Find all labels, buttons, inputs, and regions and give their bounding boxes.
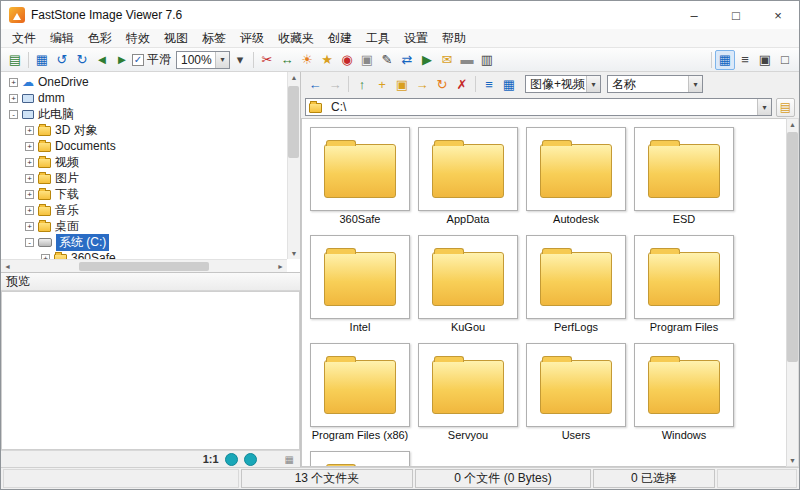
- expander-icon[interactable]: +: [25, 158, 34, 167]
- forward-icon[interactable]: →: [325, 74, 345, 94]
- scroll-up-icon[interactable]: ▲: [789, 121, 796, 128]
- menu-view[interactable]: 视图: [157, 30, 195, 47]
- expander-icon[interactable]: +: [9, 94, 18, 103]
- rotate-right-icon[interactable]: ↻: [72, 50, 92, 70]
- tree-item-music[interactable]: + 音乐: [3, 202, 300, 218]
- zoom-options-icon[interactable]: ▾: [230, 50, 250, 70]
- scroll-up-icon[interactable]: ▲: [291, 74, 298, 81]
- address-combobox[interactable]: C:\ ▾: [305, 98, 772, 116]
- tree-item-this-pc[interactable]: - 此电脑: [3, 106, 300, 122]
- print-icon[interactable]: ▥: [477, 50, 497, 70]
- menu-settings[interactable]: 设置: [397, 30, 435, 47]
- tree-panel-toggle-icon[interactable]: ▤: [776, 98, 795, 117]
- menu-effects[interactable]: 特效: [119, 30, 157, 47]
- tree-item-pictures[interactable]: + 图片: [3, 170, 300, 186]
- tree-item-videos[interactable]: + 视频: [3, 154, 300, 170]
- clone-stamp-icon[interactable]: ▣: [357, 50, 377, 70]
- menu-tools[interactable]: 工具: [359, 30, 397, 47]
- folder-thumb-perflogs[interactable]: PerfLogs: [526, 235, 626, 333]
- menu-edit[interactable]: 编辑: [43, 30, 81, 47]
- chevron-down-icon[interactable]: ▾: [757, 99, 771, 115]
- tree-item-desktop[interactable]: + 桌面: [3, 218, 300, 234]
- rotate-left-icon[interactable]: ↺: [52, 50, 72, 70]
- panel-resize-icon[interactable]: ▦: [285, 454, 294, 465]
- effects-icon[interactable]: ★: [317, 50, 337, 70]
- browse-icon[interactable]: ▤: [5, 50, 25, 70]
- chevron-down-icon[interactable]: ▾: [586, 76, 600, 92]
- folder-thumb-autodesk[interactable]: Autodesk: [526, 127, 626, 225]
- tree-hscrollbar-thumb[interactable]: [79, 262, 209, 271]
- expander-icon[interactable]: +: [25, 142, 34, 151]
- list-view-icon[interactable]: ≡: [735, 50, 755, 70]
- folder-thumb-users[interactable]: Users: [526, 343, 626, 441]
- chevron-down-icon[interactable]: ▾: [688, 76, 702, 92]
- expander-icon[interactable]: +: [25, 206, 34, 215]
- maximize-button[interactable]: □: [715, 1, 757, 29]
- browser-scrollbar-thumb[interactable]: [787, 132, 798, 362]
- folder-thumb-windows[interactable]: Windows: [634, 343, 734, 441]
- sort-combobox[interactable]: 名称 ▾: [607, 75, 703, 93]
- chevron-down-icon[interactable]: ▾: [215, 52, 229, 68]
- expander-icon[interactable]: +: [25, 174, 34, 183]
- details-view-icon[interactable]: ≡: [479, 74, 499, 94]
- thumbnails-view-icon[interactable]: ▦: [715, 50, 735, 70]
- zoom-fit-icon[interactable]: [225, 453, 238, 466]
- filter-combobox[interactable]: 图像+视频 ▾: [525, 75, 601, 93]
- prev-image-icon[interactable]: ◄: [92, 50, 112, 70]
- expander-icon[interactable]: -: [9, 110, 18, 119]
- tree-horizontal-scrollbar[interactable]: ◄ ►: [1, 259, 287, 272]
- smooth-checkbox[interactable]: ✓: [132, 54, 144, 66]
- folder-thumb-servyou[interactable]: Servyou: [418, 343, 518, 441]
- delete-icon[interactable]: ✗: [452, 74, 472, 94]
- tree-item-onedrive[interactable]: + ☁ OneDrive: [3, 74, 300, 90]
- folder-thumb-esd[interactable]: ESD: [634, 127, 734, 225]
- tree-item-system-c[interactable]: - 系统 (C:): [3, 234, 300, 250]
- expander-icon[interactable]: +: [25, 126, 34, 135]
- compare-icon[interactable]: ⇄: [397, 50, 417, 70]
- minimize-button[interactable]: –: [673, 1, 715, 29]
- scroll-right-icon[interactable]: ►: [277, 263, 284, 270]
- tree-item-documents[interactable]: + Documents: [3, 138, 300, 154]
- menu-help[interactable]: 帮助: [435, 30, 473, 47]
- zoom-actual-icon[interactable]: [244, 453, 257, 466]
- fullscreen-icon[interactable]: □: [775, 50, 795, 70]
- scroll-down-icon[interactable]: ▼: [789, 457, 796, 464]
- layout-view-icon[interactable]: ▣: [755, 50, 775, 70]
- adjust-colors-icon[interactable]: ☀: [297, 50, 317, 70]
- folder-thumb-360safe[interactable]: 360Safe: [310, 127, 410, 225]
- folder-up-icon[interactable]: ↑: [352, 74, 372, 94]
- scroll-down-icon[interactable]: ▼: [291, 250, 298, 257]
- resize-icon[interactable]: ↔: [277, 50, 297, 70]
- expander-icon[interactable]: -: [25, 238, 34, 247]
- menu-favorites[interactable]: 收藏夹: [271, 30, 321, 47]
- zoom-combobox[interactable]: 100% ▾: [176, 51, 230, 69]
- close-button[interactable]: ×: [757, 1, 799, 29]
- copy-to-folder-icon[interactable]: ▣: [392, 74, 412, 94]
- new-folder-icon[interactable]: +: [372, 74, 392, 94]
- menu-file[interactable]: 文件: [5, 30, 43, 47]
- menu-rating[interactable]: 评级: [233, 30, 271, 47]
- back-icon[interactable]: ←: [305, 74, 325, 94]
- menu-colors[interactable]: 色彩: [81, 30, 119, 47]
- tree-scrollbar-thumb[interactable]: [288, 86, 299, 158]
- scan-icon[interactable]: ▬: [457, 50, 477, 70]
- crop-icon[interactable]: ✂: [257, 50, 277, 70]
- tree-item-downloads[interactable]: + 下载: [3, 186, 300, 202]
- slideshow-icon[interactable]: ▶: [417, 50, 437, 70]
- folder-thumb-program-files-x86[interactable]: Program Files (x86): [310, 343, 410, 441]
- red-eye-icon[interactable]: ◉: [337, 50, 357, 70]
- draw-icon[interactable]: ✎: [377, 50, 397, 70]
- tree-item-dmm[interactable]: + dmm: [3, 90, 300, 106]
- expander-icon[interactable]: +: [25, 222, 34, 231]
- folder-thumb-appdata[interactable]: AppData: [418, 127, 518, 225]
- folder-thumb-intel[interactable]: Intel: [310, 235, 410, 333]
- refresh-icon[interactable]: ↻: [432, 74, 452, 94]
- tiles-view-icon[interactable]: ▦: [499, 74, 519, 94]
- folder-thumb-partial[interactable]: [310, 451, 410, 467]
- next-image-icon[interactable]: ►: [112, 50, 132, 70]
- menu-create[interactable]: 创建: [321, 30, 359, 47]
- folder-thumb-kugou[interactable]: KuGou: [418, 235, 518, 333]
- folder-thumb-program-files[interactable]: Program Files: [634, 235, 734, 333]
- email-icon[interactable]: ✉: [437, 50, 457, 70]
- tree-item-3d-objects[interactable]: + 3D 对象: [3, 122, 300, 138]
